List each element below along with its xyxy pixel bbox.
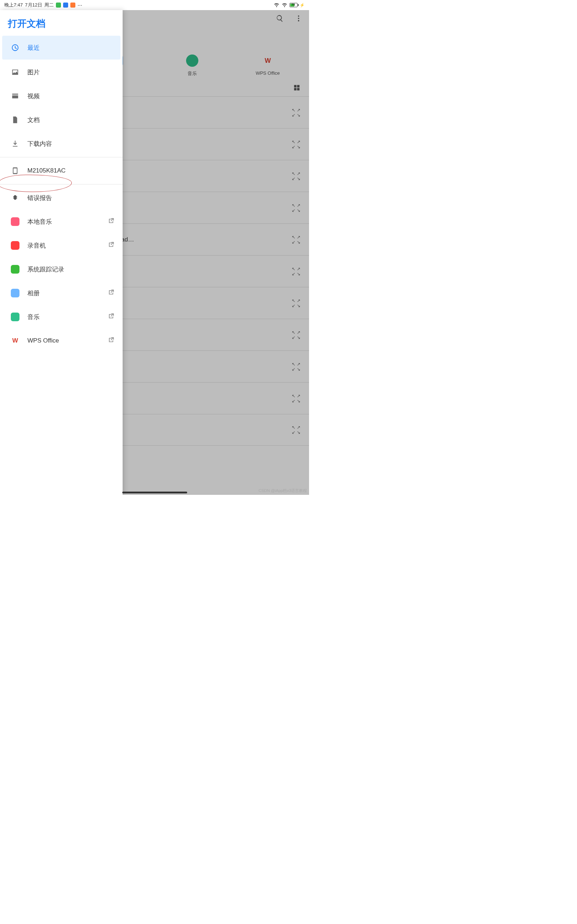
app-label: 相册 bbox=[27, 289, 40, 297]
nav-device-storage[interactable]: M2105K81AC bbox=[0, 159, 122, 183]
drawer-app-相册[interactable]: 相册 bbox=[0, 281, 122, 305]
expand-icon[interactable]: ↖↗↙↘ bbox=[292, 394, 301, 403]
drawer-app-错误报告[interactable]: 错误报告 bbox=[0, 186, 122, 210]
status-more-icon: ⋯ bbox=[77, 3, 82, 8]
expand-icon[interactable]: ↖↗↙↘ bbox=[292, 203, 301, 213]
music2-icon bbox=[11, 313, 19, 321]
home-indicator[interactable] bbox=[122, 492, 187, 493]
status-weekday: 周二 bbox=[44, 2, 54, 8]
search-icon[interactable] bbox=[276, 15, 284, 24]
nav-label: 最近 bbox=[27, 44, 40, 52]
app-music[interactable]: 音乐 bbox=[174, 55, 210, 77]
nav-recent[interactable]: 最近 bbox=[2, 36, 121, 60]
status-app-icon bbox=[70, 3, 76, 8]
app-label: 本地音乐 bbox=[27, 218, 52, 226]
open-external-icon bbox=[108, 217, 115, 226]
app-label: 音乐 bbox=[27, 313, 40, 321]
svg-point-0 bbox=[298, 16, 299, 17]
app-label: 录音机 bbox=[27, 241, 46, 250]
battery-icon: 51 bbox=[290, 3, 298, 7]
drawer-title: 打开文档 bbox=[0, 10, 122, 35]
svg-point-1 bbox=[298, 18, 299, 19]
expand-icon[interactable]: ↖↗↙↘ bbox=[292, 171, 301, 181]
wifi-icon bbox=[274, 2, 279, 9]
expand-icon[interactable]: ↖↗↙↘ bbox=[292, 330, 301, 340]
divider bbox=[0, 184, 122, 184]
status-time: 晚上7:47 bbox=[4, 2, 23, 8]
drawer-app-系统跟踪记录[interactable]: 系统跟踪记录 bbox=[0, 257, 122, 281]
device-label: M2105K81AC bbox=[27, 167, 66, 174]
nav-label: 图片 bbox=[27, 68, 40, 76]
navigation-drawer: 打开文档 最近 图片 视频 文档 下载内容 M2105K81AC 错误报告本地音… bbox=[0, 10, 122, 495]
grid-view-icon[interactable] bbox=[293, 84, 300, 93]
nav-label: 下载内容 bbox=[27, 140, 52, 148]
app-wps[interactable]: WWPS Office bbox=[250, 55, 285, 77]
drawer-app-WPS Office[interactable]: WWPS Office bbox=[0, 329, 122, 353]
expand-icon[interactable]: ↖↗↙↘ bbox=[292, 267, 301, 276]
music-icon bbox=[11, 217, 19, 226]
svg-point-2 bbox=[298, 20, 299, 22]
clock-icon bbox=[11, 43, 19, 52]
expand-icon[interactable]: ↖↗↙↘ bbox=[292, 108, 301, 117]
open-external-icon bbox=[108, 313, 115, 321]
watermark: CSDN @iApp档v3语言教程 bbox=[259, 488, 307, 493]
download-icon bbox=[11, 139, 19, 148]
nav-videos[interactable]: 视频 bbox=[0, 84, 122, 108]
video-icon bbox=[11, 92, 19, 100]
status-bar: 晚上7:47 7月12日 周二 ⋯ 51 ⚡ bbox=[0, 0, 309, 10]
nav-downloads[interactable]: 下载内容 bbox=[0, 132, 122, 155]
nav-images[interactable]: 图片 bbox=[0, 60, 122, 84]
image-icon bbox=[11, 68, 19, 76]
divider bbox=[0, 157, 122, 157]
nav-label: 文档 bbox=[27, 116, 40, 124]
wifi-icon bbox=[282, 2, 287, 9]
wps-icon: W bbox=[11, 336, 19, 345]
open-external-icon bbox=[108, 289, 115, 298]
app-label: 系统跟踪记录 bbox=[27, 265, 64, 274]
nav-documents[interactable]: 文档 bbox=[0, 108, 122, 132]
bug-icon bbox=[11, 194, 19, 202]
status-app-icon bbox=[63, 3, 68, 8]
rec-icon bbox=[11, 241, 19, 250]
expand-icon[interactable]: ↖↗↙↘ bbox=[292, 235, 301, 244]
app-label: 错误报告 bbox=[27, 194, 52, 202]
phone-icon bbox=[11, 166, 19, 175]
charging-icon: ⚡ bbox=[300, 3, 305, 8]
drawer-app-本地音乐[interactable]: 本地音乐 bbox=[0, 210, 122, 234]
expand-icon[interactable]: ↖↗↙↘ bbox=[292, 140, 301, 149]
open-external-icon bbox=[108, 336, 115, 346]
status-date: 7月12日 bbox=[25, 2, 42, 8]
drawer-app-录音机[interactable]: 录音机 bbox=[0, 234, 122, 257]
expand-icon[interactable]: ↖↗↙↘ bbox=[292, 299, 301, 308]
doc-icon bbox=[11, 115, 19, 124]
nav-label: 视频 bbox=[27, 92, 40, 100]
app-label: WPS Office bbox=[27, 337, 59, 344]
gallery-icon bbox=[11, 289, 19, 297]
expand-icon[interactable]: ↖↗↙↘ bbox=[292, 362, 301, 372]
drawer-app-音乐[interactable]: 音乐 bbox=[0, 305, 122, 329]
more-icon[interactable] bbox=[295, 15, 303, 24]
expand-icon[interactable]: ↖↗↙↘ bbox=[292, 425, 301, 435]
open-external-icon bbox=[108, 241, 115, 250]
android-icon bbox=[11, 265, 19, 274]
status-app-icon bbox=[56, 3, 61, 8]
